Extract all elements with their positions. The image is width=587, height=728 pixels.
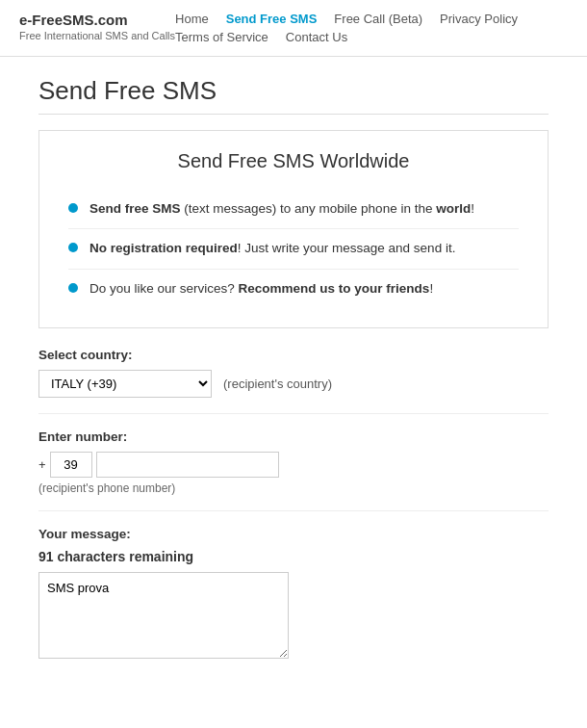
logo-subtitle: Free International SMS and Calls	[19, 30, 175, 41]
message-textarea[interactable]: SMS prova	[38, 572, 289, 659]
nav-terms[interactable]: Terms of Service	[175, 30, 268, 44]
chars-remaining: 91 characters remaining	[38, 549, 549, 564]
feature-item-2: No registration required! Just write you…	[68, 229, 519, 269]
feature-text-1: Send free SMS (text messages) to any mob…	[89, 199, 474, 219]
card-title: Send Free SMS Worldwide	[68, 150, 519, 172]
feature-text-2: No registration required! Just write you…	[89, 239, 455, 258]
feature-text-3: Do you like our services? Recommend us t…	[89, 279, 433, 299]
phone-plus-sign: +	[38, 457, 46, 472]
country-select[interactable]: ITALY (+39) USA (+1) UK (+44) Germany (+…	[38, 370, 212, 398]
recipient-country-hint: (recipient's country)	[223, 377, 332, 391]
main-content: Send Free SMS Send Free SMS Worldwide Se…	[0, 57, 587, 721]
phone-hint: (recipient's phone number)	[38, 481, 549, 495]
logo-area: e-FreeSMS.com Free International SMS and…	[19, 12, 175, 41]
bullet-icon	[68, 283, 78, 293]
sms-form: Select country: ITALY (+39) USA (+1) UK …	[38, 348, 549, 702]
nav-send-free-sms[interactable]: Send Free SMS	[226, 12, 318, 26]
nav-free-call[interactable]: Free Call (Beta)	[334, 12, 422, 26]
country-label: Select country:	[38, 348, 549, 362]
phone-code-input[interactable]	[50, 452, 92, 478]
country-row: ITALY (+39) USA (+1) UK (+44) Germany (+…	[38, 370, 549, 398]
feature-list: Send free SMS (text messages) to any mob…	[68, 190, 519, 308]
country-group: Select country: ITALY (+39) USA (+1) UK …	[38, 348, 549, 414]
number-label: Enter number:	[38, 429, 549, 444]
message-label: Your message:	[38, 527, 549, 541]
bullet-icon	[68, 243, 78, 252]
bullet-icon	[68, 203, 78, 213]
info-card: Send Free SMS Worldwide Send free SMS (t…	[38, 130, 549, 328]
logo-title: e-FreeSMS.com	[19, 12, 175, 28]
nav-row-1: Home Send Free SMS Free Call (Beta) Priv…	[175, 12, 568, 26]
phone-number-input[interactable]	[96, 452, 279, 478]
nav-home[interactable]: Home	[175, 12, 209, 26]
nav-row-2: Terms of Service Contact Us	[175, 30, 568, 44]
feature-item-3: Do you like our services? Recommend us t…	[68, 270, 519, 308]
phone-row: +	[38, 452, 549, 478]
phone-group: Enter number: + (recipient's phone numbe…	[38, 429, 549, 511]
nav-privacy-policy[interactable]: Privacy Policy	[440, 12, 518, 26]
header: e-FreeSMS.com Free International SMS and…	[0, 0, 587, 57]
message-group: Your message: 91 characters remaining SM…	[38, 527, 549, 677]
feature-item-1: Send free SMS (text messages) to any mob…	[68, 190, 519, 229]
nav-contact[interactable]: Contact Us	[286, 30, 347, 44]
nav-area: Home Send Free SMS Free Call (Beta) Priv…	[175, 12, 568, 48]
page-title: Send Free SMS	[38, 76, 549, 115]
